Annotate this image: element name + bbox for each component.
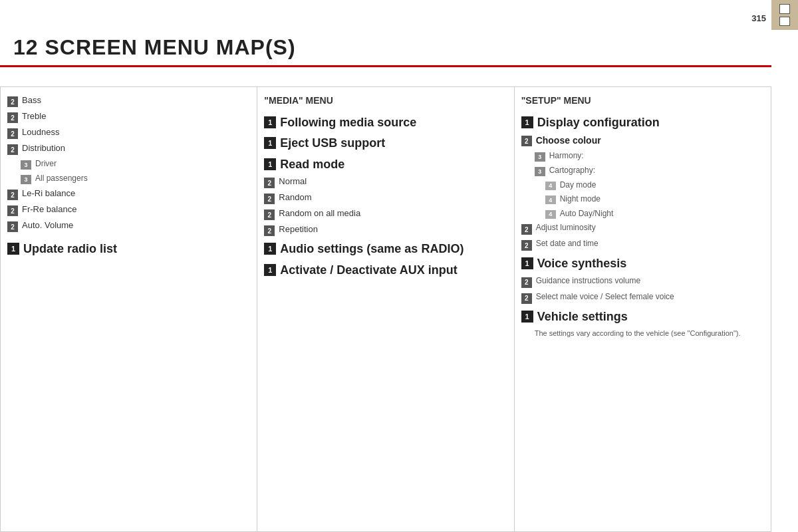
item-note: The settings vary according to the vehic… [535,329,741,338]
list-item: 4 Auto Day/Night [545,209,764,219]
item-label: Normal [279,176,307,188]
list-item: 2 Select male voice / Select female voic… [521,292,764,304]
item-label: Audio settings (same as RADIO) [280,241,464,257]
item-label: Random [279,192,311,203]
level-badge: 3 [21,160,31,170]
item-label: Eject USB support [280,136,385,151]
page-title: 12 SCREEN MENU MAP(S) [13,35,296,59]
level-badge: 4 [545,210,556,219]
item-label: Harmony: [549,151,584,162]
level-badge: 2 [521,293,532,304]
item-label: Activate / Deactivate AUX input [280,263,457,278]
list-item: 2 Repetition [264,224,507,236]
list-item: 4 Day mode [545,180,764,191]
list-item: 4 Night mode [545,194,764,205]
level-badge: 3 [21,175,31,184]
item-label: Day mode [560,180,597,191]
list-item: 2 Auto. Volume [7,220,250,232]
level-badge: 1 [264,158,276,170]
level-badge: 2 [264,225,275,236]
item-label: Auto. Volume [22,220,73,231]
list-item: 2 Choose colour [521,134,764,146]
list-item: 1 Vehicle settings [521,309,764,325]
item-label: Cartography: [549,166,595,176]
level-badge: 3 [535,167,545,176]
level-badge: 1 [264,137,276,149]
list-item: 2 Normal [264,176,507,188]
level-badge: 1 [521,257,533,269]
page-header: 315 [751,0,798,30]
item-label: Set date and time [536,239,598,249]
list-item: 3 All passengers [21,174,250,184]
level-badge: 1 [264,243,276,255]
item-label: Driver [35,159,57,170]
item-label: Select male voice / Select female voice [536,292,674,303]
list-item: The settings vary according to the vehic… [535,329,764,338]
item-label: Choose colour [536,134,601,146]
item-label: Display configuration [537,115,660,130]
list-item: 2 Random on all media [264,208,507,220]
level-badge: 1 [521,311,533,323]
content-area: 2 Bass 2 Treble 2 Loudness 2 Distributio… [0,86,771,532]
column-media: "MEDIA" MENU 1 Following media source 1 … [257,87,514,531]
level-badge: 2 [7,205,18,216]
list-item: 2 Guidance instructions volume [521,276,764,288]
level-badge: 2 [521,277,532,288]
title-section: 12 SCREEN MENU MAP(S) [0,30,771,67]
level-badge: 1 [7,243,19,255]
level-badge: 2 [7,128,18,139]
item-label: Repetition [279,224,318,235]
item-label: Update radio list [23,241,117,257]
column-title-media: "MEDIA" MENU [264,95,507,108]
list-item: 1 Following media source [264,115,507,130]
level-badge: 2 [7,96,18,107]
item-label: Le-Ri balance [22,188,75,200]
item-label: Fr-Re balance [22,204,76,215]
list-item: 2 Adjust luminosity [521,223,764,235]
list-item: 2 Bass [7,95,250,107]
list-item: 1 Voice synthesis [521,256,764,271]
list-item: 1 Eject USB support [264,136,507,151]
page-color-block [771,0,798,30]
level-badge: 4 [545,196,556,204]
item-label: Bass [22,95,41,106]
item-label: Following media source [280,115,416,130]
list-item: 3 Driver [21,159,250,170]
item-label: Adjust luminosity [536,223,596,233]
column-title-setup: "SETUP" MENU [521,95,764,108]
level-badge: 1 [264,264,276,276]
list-item: 2 Distribution [7,143,250,155]
list-item: 1 Audio settings (same as RADIO) [264,241,507,257]
item-label: All passengers [35,174,88,184]
item-label: Vehicle settings [537,309,628,325]
list-item: 3 Harmony: [535,151,764,162]
item-label: Guidance instructions volume [536,276,640,287]
level-badge: 2 [7,190,18,200]
level-badge: 3 [535,152,545,162]
level-badge: 2 [264,194,275,204]
level-badge: 1 [521,116,533,128]
column-audio: 2 Bass 2 Treble 2 Loudness 2 Distributio… [1,87,257,531]
list-item: 2 Set date and time [521,239,764,251]
level-badge: 2 [264,178,275,188]
list-item: 3 Cartography: [535,166,764,176]
item-label: Read mode [280,157,344,172]
list-item: 2 Le-Ri balance [7,188,250,200]
item-label: Distribution [22,143,65,154]
level-badge: 2 [7,221,18,232]
list-item: 1 Update radio list [7,241,250,257]
list-item: 2 Treble [7,111,250,123]
level-badge: 2 [521,224,532,235]
page-square-2 [779,17,790,27]
page-number: 315 [751,7,771,23]
level-badge: 2 [521,136,532,146]
level-badge: 2 [521,240,532,251]
level-badge: 1 [264,116,276,128]
item-label: Auto Day/Night [560,209,614,219]
item-label: Loudness [22,127,59,138]
page-square-1 [779,4,790,14]
list-item: 1 Read mode [264,157,507,172]
list-item: 1 Activate / Deactivate AUX input [264,263,507,278]
list-item: 1 Display configuration [521,115,764,130]
level-badge: 2 [264,209,275,220]
